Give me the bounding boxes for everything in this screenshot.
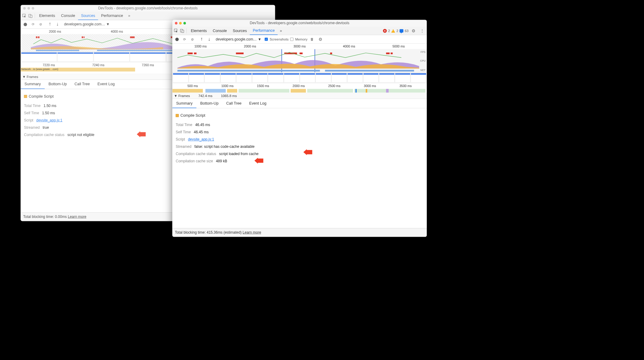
svg-rect-10 [97,50,173,51]
svg-rect-5 [82,36,83,38]
traffic-min[interactable] [179,22,182,24]
track-cpu: CPU [420,59,426,62]
devtools-window-front: DevTools - developers.google.com/web/too… [172,20,427,237]
svg-rect-23 [330,53,332,54]
tab-sources[interactable]: Sources [78,12,98,20]
svg-rect-9 [36,50,79,51]
svg-rect-26 [177,70,320,72]
gear-icon[interactable]: ⚙ [410,28,417,33]
svg-rect-2 [30,15,32,18]
overview-timeline[interactable]: FPS CPU NET [172,49,427,73]
dtab-eventlog[interactable]: Event Log [245,99,270,108]
svg-rect-29 [205,89,226,92]
tab-elements[interactable]: Elements [188,27,210,35]
svg-rect-19 [194,53,196,54]
dtab-calltree[interactable]: Call Tree [71,80,94,89]
flame-block[interactable]: Network…is (www.gstatic…com) [21,68,135,72]
reload-icon[interactable]: ⟳ [30,22,36,26]
download-icon[interactable]: ⭳ [206,37,212,41]
traffic-min[interactable] [28,7,30,9]
window-title: DevTools - developers.google.com/web/too… [174,21,425,25]
footer: Total blocking time: 415.36ms (estimated… [172,228,427,237]
titlebar[interactable]: DevTools - developers.google.com/web/too… [172,20,427,27]
summary-title: Compile Script [29,92,53,100]
error-badge[interactable]: ✕ [383,29,387,33]
tab-performance[interactable]: Performance [98,12,126,20]
learn-more-link[interactable]: Learn more [243,230,261,234]
dtab-calltree[interactable]: Call Tree [222,99,245,108]
svg-rect-37 [386,89,389,92]
dtab-eventlog[interactable]: Event Log [94,80,118,89]
reload-icon[interactable]: ⟳ [182,37,188,41]
script-link[interactable]: devsite_app.js:1 [188,136,214,143]
svg-rect-33 [307,89,353,92]
svg-rect-30 [227,89,237,92]
svg-rect-7 [130,36,134,38]
upload-icon[interactable]: ⭱ [47,22,53,26]
color-swatch [176,114,179,117]
script-link[interactable]: devsite_app.js:1 [36,117,63,124]
learn-more-link[interactable]: Learn more [68,215,86,219]
overview-time-ticks: 1000 ms2000 ms3000 ms4000 ms5000 ms [172,44,427,49]
device-icon[interactable] [179,28,185,34]
svg-rect-31 [238,89,289,92]
clear-icon[interactable]: ⊘ [38,22,44,26]
svg-rect-24 [386,53,390,54]
upload-icon[interactable]: ⭱ [199,37,205,41]
record-button[interactable] [174,37,180,41]
record-button[interactable] [22,23,28,26]
color-swatch [24,95,27,98]
profile-selector[interactable]: developers.google.com… ▼ [216,37,261,41]
screenshots-checkbox[interactable]: ✓Screenshots [265,37,289,41]
svg-rect-13 [182,30,184,32]
svg-rect-32 [291,89,306,92]
svg-rect-27 [325,70,414,72]
svg-rect-3 [36,36,37,38]
summary-panel: Compile Script Total Time46.45 ms Self T… [172,108,427,228]
flame-time-ticks: 500 ms1000 ms1500 ms2000 ms2500 ms3000 m… [172,83,427,89]
download-icon[interactable]: ⭳ [55,22,61,26]
frame-time: 1065.8 ms [221,94,237,98]
dtab-summary[interactable]: Summary [21,80,45,89]
panel-overflow[interactable]: » [278,28,284,33]
svg-rect-25 [391,53,393,54]
svg-rect-36 [366,89,367,92]
trash-icon[interactable]: 🗑 [309,37,315,41]
flamegraph[interactable] [172,89,427,93]
filmstrip[interactable] [172,73,427,83]
tab-console[interactable]: Console [58,12,78,20]
warning-badge[interactable] [391,29,395,32]
profile-selector[interactable]: developers.google.com… ▼ [64,22,110,27]
summary-title: Compile Script [180,112,205,119]
inspect-icon[interactable] [21,13,28,19]
svg-rect-6 [84,36,85,38]
detail-tabs: Summary Bottom-Up Call Tree Event Log [172,99,427,108]
tab-console[interactable]: Console [210,27,230,35]
svg-rect-22 [299,53,303,54]
callout-arrow [137,131,146,137]
gear-icon[interactable]: ⚙ [317,37,324,42]
message-badge[interactable] [400,29,403,32]
memory-checkbox[interactable]: Memory [290,37,307,41]
kebab-icon[interactable]: ⋮ [418,28,426,33]
frames-row[interactable]: ▼ Frames 742.4 ms 1065.8 ms [172,93,427,99]
svg-rect-35 [355,89,356,92]
window-title: DevTools - developers.google.com/web/too… [23,6,273,10]
dtab-summary[interactable]: Summary [172,99,196,108]
device-icon[interactable] [28,13,34,19]
tab-elements[interactable]: Elements [36,12,58,20]
titlebar[interactable]: DevTools - developers.google.com/web/too… [21,5,275,12]
frame-time: 742.4 ms [198,94,212,98]
clear-icon[interactable]: ⊘ [189,37,196,41]
dtab-bottomup[interactable]: Bottom-Up [45,80,71,89]
traffic-max[interactable] [183,22,186,24]
callout-arrow [254,158,264,164]
dtab-bottomup[interactable]: Bottom-Up [196,99,222,108]
tab-performance[interactable]: Performance [250,27,278,35]
tab-sources[interactable]: Sources [230,27,250,35]
traffic-max[interactable] [32,7,34,9]
inspect-icon[interactable] [173,28,179,34]
panel-overflow[interactable]: » [126,14,132,18]
traffic-close[interactable] [175,22,177,24]
traffic-close[interactable] [23,7,26,9]
